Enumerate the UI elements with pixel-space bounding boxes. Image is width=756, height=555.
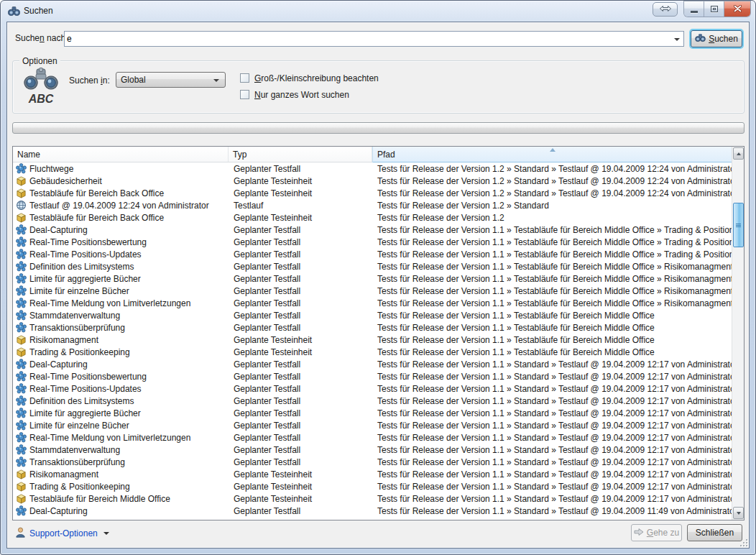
table-row[interactable]: Testabläufe für Bereich Back Office Gepl… bbox=[13, 187, 732, 199]
table-row[interactable]: Real-Time Positions-Updates Geplanter Te… bbox=[13, 382, 732, 395]
table-row[interactable]: Definition des Limitsystems Geplanter Te… bbox=[13, 260, 732, 272]
dock-toggle-button[interactable] bbox=[653, 2, 678, 17]
testeinheit-icon bbox=[16, 469, 27, 480]
table-row[interactable]: Real-Time Positionsbewertung Geplanter T… bbox=[13, 236, 732, 248]
minimize-button[interactable] bbox=[684, 1, 704, 17]
row-name: Testabläufe für Bereich Back Office bbox=[29, 188, 164, 198]
row-typ: Geplanter Testfall bbox=[229, 274, 372, 284]
table-row[interactable]: Gebäudesicherheit Geplante Testeinheit T… bbox=[13, 175, 732, 187]
scrollbar-thumb[interactable] bbox=[733, 203, 744, 247]
maximize-icon bbox=[711, 6, 718, 12]
row-name: Transaktionsüberprüfung bbox=[29, 457, 125, 467]
row-name: Testabläufe für Bereich Middle Office bbox=[29, 494, 170, 504]
search-combobox[interactable] bbox=[64, 31, 684, 47]
table-row[interactable]: Limite für aggregierte Bücher Geplanter … bbox=[13, 272, 732, 285]
goto-arrow-icon bbox=[634, 528, 644, 538]
chevron-down-icon[interactable] bbox=[674, 38, 680, 41]
row-pfad: Tests für Release der Version 1.2 » Stan… bbox=[372, 188, 732, 198]
table-row[interactable]: Testabläufe für Bereich Back Office Gepl… bbox=[13, 211, 732, 224]
table-row[interactable]: Deal-Capturing Geplanter Testfall Tests … bbox=[13, 505, 732, 517]
close-button[interactable] bbox=[724, 1, 750, 17]
row-pfad: Tests für Release der Version 1.1 » Stan… bbox=[372, 506, 732, 516]
close-dialog-button[interactable]: Schließen bbox=[687, 524, 742, 541]
binoculars-icon bbox=[695, 33, 706, 45]
column-header-pfad[interactable]: Pfad bbox=[372, 147, 732, 162]
whole-word-label: Nur ganzes Wort suchen bbox=[254, 90, 349, 100]
table-row[interactable]: Definition des Limitsystems Geplanter Te… bbox=[13, 395, 732, 407]
row-pfad: Tests für Release der Version 1.1 » Test… bbox=[372, 311, 732, 321]
row-pfad: Tests für Release der Version 1.1 » Test… bbox=[372, 286, 732, 296]
whole-word-checkbox[interactable] bbox=[240, 90, 249, 99]
table-row[interactable]: Real-Time Positionsbewertung Geplanter T… bbox=[13, 370, 732, 382]
search-for-label: Suchen nach: bbox=[15, 33, 68, 43]
row-typ: Geplanter Testfall bbox=[229, 164, 372, 174]
row-name: Gebäudesicherheit bbox=[29, 176, 102, 186]
sort-ascending-icon bbox=[550, 148, 556, 152]
match-case-checkbox[interactable] bbox=[240, 73, 249, 83]
row-pfad: Tests für Release der Version 1.1 » Test… bbox=[372, 237, 732, 247]
row-typ: Geplanter Testfall bbox=[229, 421, 372, 431]
search-in-combobox[interactable]: Global bbox=[116, 72, 226, 88]
testfall-icon bbox=[16, 322, 27, 333]
table-row[interactable]: Stammdatenverwaltung Geplanter Testfall … bbox=[13, 444, 732, 456]
resize-grip[interactable] bbox=[739, 538, 747, 546]
double-arrow-icon bbox=[659, 4, 672, 14]
maximize-button[interactable] bbox=[704, 1, 724, 17]
vertical-scrollbar[interactable] bbox=[732, 147, 744, 520]
row-name: Real-Time Positions-Updates bbox=[29, 249, 142, 260]
table-row[interactable]: Real-Time Positions-Updates Geplanter Te… bbox=[13, 248, 732, 260]
column-header-name[interactable]: Name bbox=[13, 147, 229, 162]
row-name: Limite für einzelne Bücher bbox=[29, 421, 129, 431]
scroll-up-button[interactable] bbox=[733, 147, 744, 160]
search-button[interactable]: Suchen bbox=[691, 30, 742, 47]
row-name: Deal-Capturing bbox=[29, 359, 88, 370]
row-typ: Geplanter Testfall bbox=[229, 359, 372, 370]
table-row[interactable]: Trading & Positionkeeping Geplante Teste… bbox=[13, 480, 732, 492]
row-name: Testlauf @ 19.04.2009 12:24 von Administ… bbox=[29, 201, 209, 211]
row-name: Limite für einzelne Bücher bbox=[29, 286, 129, 296]
row-name: Risikomanagment bbox=[29, 335, 98, 345]
row-name: Real-Time Positions-Updates bbox=[29, 384, 142, 394]
table-row[interactable]: Limite für einzelne Bücher Geplanter Tes… bbox=[13, 285, 732, 297]
table-row[interactable]: Real-Time Meldung von Limitverletzungen … bbox=[13, 431, 732, 444]
table-row[interactable]: Limite für aggregierte Bücher Geplanter … bbox=[13, 407, 732, 419]
row-name: Transaktionsüberprüfung bbox=[29, 323, 125, 333]
table-row[interactable]: Deal-Capturing Geplanter Testfall Tests … bbox=[13, 358, 732, 370]
row-pfad: Tests für Release der Version 1.1 » Stan… bbox=[372, 396, 732, 406]
testfall-icon bbox=[16, 163, 27, 174]
table-row[interactable]: Risikomanagment Geplante Testeinheit Tes… bbox=[13, 334, 732, 346]
row-typ: Geplante Testeinheit bbox=[229, 494, 372, 504]
support-options-link[interactable]: Support-Optionen bbox=[15, 527, 109, 540]
row-pfad: Tests für Release der Version 1.1 » Stan… bbox=[372, 408, 732, 418]
row-typ: Geplante Testeinheit bbox=[229, 188, 372, 198]
column-header-typ[interactable]: Typ bbox=[229, 147, 372, 162]
testfall-icon bbox=[16, 505, 27, 516]
scroll-down-button[interactable] bbox=[733, 507, 744, 519]
row-pfad: Tests für Release der Version 1.1 » Test… bbox=[372, 274, 732, 284]
row-typ: Geplanter Testfall bbox=[229, 286, 372, 296]
row-name: Real-Time Positionsbewertung bbox=[29, 237, 147, 247]
testeinheit-icon bbox=[16, 188, 27, 198]
table-row[interactable]: Fluchtwege Geplanter Testfall Tests für … bbox=[13, 162, 732, 175]
row-pfad: Tests für Release der Version 1.1 » Stan… bbox=[372, 457, 732, 467]
table-row[interactable]: Transaktionsüberprüfung Geplanter Testfa… bbox=[13, 456, 732, 468]
titlebar[interactable]: Suchen bbox=[1, 1, 755, 22]
testfall-icon bbox=[16, 383, 27, 394]
row-name: Definition des Limitsystems bbox=[29, 262, 134, 272]
table-row[interactable]: Testabläufe für Bereich Middle Office Ge… bbox=[13, 492, 732, 505]
table-row[interactable]: Testlauf @ 19.04.2009 12:24 von Administ… bbox=[13, 199, 732, 211]
table-row[interactable]: Limite für einzelne Bücher Geplanter Tes… bbox=[13, 419, 732, 431]
row-typ: Geplanter Testfall bbox=[229, 225, 372, 235]
table-row[interactable]: Trading & Positionkeeping Geplante Teste… bbox=[13, 346, 732, 358]
table-row[interactable]: Risikomanagment Geplante Testeinheit Tes… bbox=[13, 468, 732, 480]
table-row[interactable]: Deal-Capturing Geplanter Testfall Tests … bbox=[13, 224, 732, 236]
goto-button[interactable]: Gehe zu bbox=[631, 524, 682, 541]
testfall-icon bbox=[16, 224, 27, 235]
row-typ: Geplante Testeinheit bbox=[229, 482, 372, 492]
table-row[interactable]: Transaktionsüberprüfung Geplanter Testfa… bbox=[13, 321, 732, 334]
row-name: Deal-Capturing bbox=[29, 225, 88, 235]
row-pfad: Tests für Release der Version 1.1 » Stan… bbox=[372, 384, 732, 394]
table-row[interactable]: Real-Time Meldung von Limitverletzungen … bbox=[13, 297, 732, 309]
table-row[interactable]: Stammdatenverwaltung Geplanter Testfall … bbox=[13, 309, 732, 321]
search-input[interactable] bbox=[67, 32, 669, 45]
